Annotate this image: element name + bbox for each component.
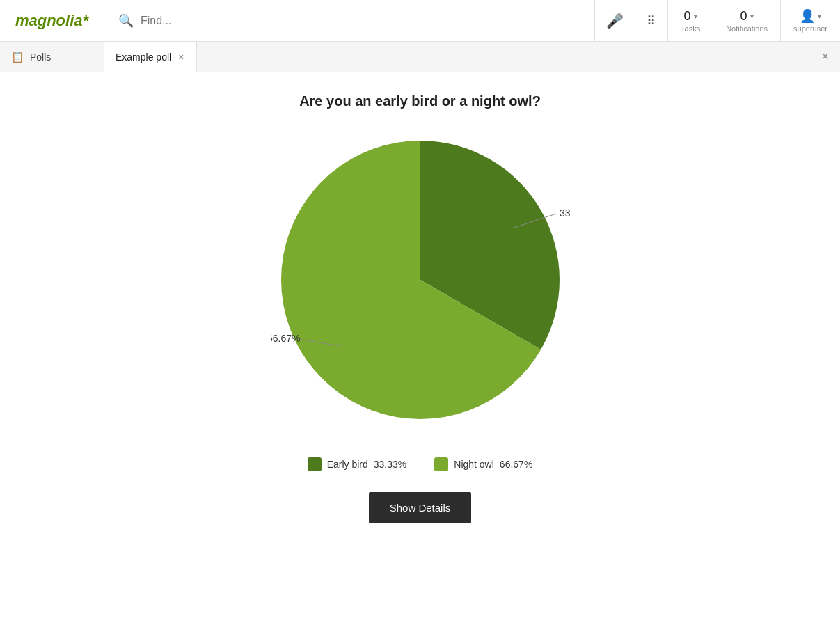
topbar: magnolia* 🔍 🎤 ⠿ 0 ▾ Tasks 0 ▾ Notificati… <box>0 0 840 42</box>
logo: magnolia* <box>0 0 104 41</box>
notifications-label: Notifications <box>726 24 768 33</box>
poll-title: Are you an early bird or a night owl? <box>299 93 541 109</box>
legend-night-owl: Night owl 66.67% <box>434 457 532 471</box>
polls-tab-label: Polls <box>30 52 51 63</box>
notifications-chevron: ▾ <box>750 13 754 20</box>
tasks-chevron: ▾ <box>694 13 697 20</box>
mic-button[interactable]: 🎤 <box>595 0 635 41</box>
grid-icon: ⠿ <box>647 13 656 29</box>
example-poll-tab-label: Example poll <box>116 52 171 63</box>
search-icon: 🔍 <box>118 13 134 29</box>
pie-chart: 33.33% 66.67% <box>271 130 570 430</box>
tab-polls[interactable]: 📋 Polls <box>0 42 104 72</box>
chart-container: 33.33% 66.67% <box>271 130 570 430</box>
night-owl-pct: 66.67% <box>500 459 532 470</box>
notifications-action[interactable]: 0 ▾ Notifications <box>713 0 781 41</box>
grid-button[interactable]: ⠿ <box>635 0 668 41</box>
label-text-33: 33.33% <box>560 207 570 219</box>
early-bird-color-swatch <box>308 457 322 471</box>
logo-text: magnolia* <box>15 12 88 30</box>
early-bird-name: Early bird <box>327 459 368 470</box>
tasks-count: 0 <box>684 9 691 24</box>
notifications-count: 0 <box>740 9 747 24</box>
tasks-action[interactable]: 0 ▾ Tasks <box>668 0 713 41</box>
show-details-button[interactable]: Show Details <box>369 492 472 523</box>
night-owl-color-swatch <box>434 457 448 471</box>
legend-early-bird: Early bird 33.33% <box>308 457 407 471</box>
mic-icon: 🎤 <box>606 13 624 29</box>
user-action[interactable]: 👤 ▾ superuser <box>781 0 840 41</box>
tab-close-icon[interactable]: × <box>177 50 185 64</box>
early-bird-pct: 33.33% <box>374 459 406 470</box>
tasks-label: Tasks <box>681 24 700 33</box>
tab-example-poll[interactable]: Example poll × <box>104 42 197 72</box>
tabbar: 📋 Polls Example poll × × <box>0 42 840 72</box>
close-panel-button[interactable]: × <box>810 49 840 64</box>
search-input[interactable] <box>141 15 580 27</box>
user-icon: 👤 <box>800 8 815 24</box>
search-area: 🔍 <box>104 0 595 41</box>
label-text-66: 66.67% <box>271 333 300 344</box>
legend: Early bird 33.33% Night owl 66.67% <box>308 457 533 471</box>
night-owl-name: Night owl <box>454 459 494 470</box>
polls-tab-icon: 📋 <box>11 51 24 63</box>
user-chevron: ▾ <box>818 13 821 20</box>
user-label: superuser <box>793 24 827 33</box>
main-content: Are you an early bird or a night owl? <box>0 72 840 630</box>
